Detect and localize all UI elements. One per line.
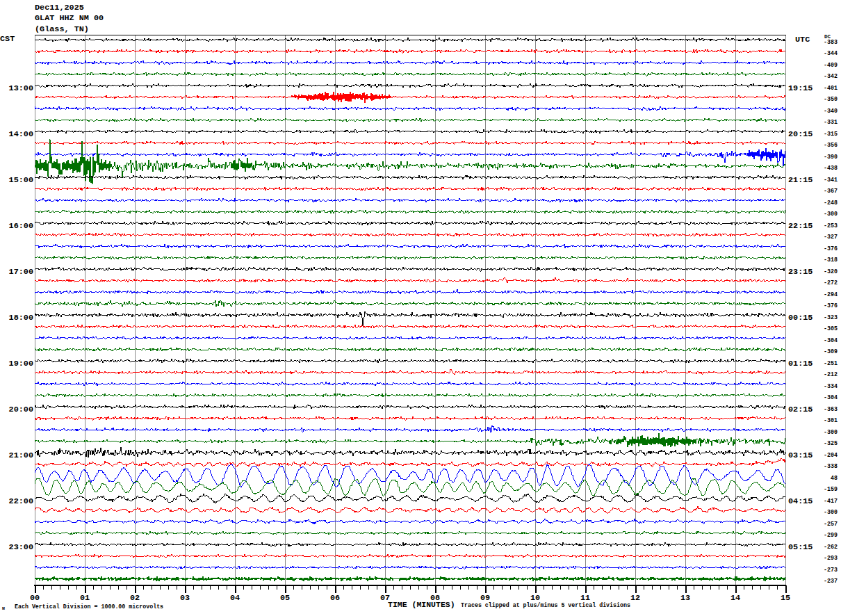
svg-text:-390: -390 [824, 154, 838, 160]
svg-text:12: 12 [630, 593, 640, 603]
svg-text:-320: -320 [824, 268, 838, 275]
svg-text:00:15: 00:15 [788, 313, 813, 323]
svg-text:02: 02 [130, 593, 140, 603]
svg-text:Dec11,2025: Dec11,2025 [35, 3, 84, 13]
svg-text:-294: -294 [824, 291, 838, 298]
svg-text:-300: -300 [824, 509, 838, 515]
svg-text:21:00: 21:00 [9, 451, 33, 460]
svg-text:22:15: 22:15 [788, 221, 813, 231]
svg-text:-327: -327 [824, 234, 838, 240]
svg-text:-309: -309 [824, 348, 838, 355]
svg-text:-438: -438 [824, 165, 838, 171]
svg-text:02:15: 02:15 [788, 405, 813, 414]
svg-text:-376: -376 [824, 245, 838, 252]
svg-text:Traces clipped at plus/minus 5: Traces clipped at plus/minus 5 vertical … [461, 602, 630, 608]
svg-text:00: 00 [30, 593, 40, 603]
svg-text:15: 15 [781, 593, 790, 603]
svg-text:-376: -376 [824, 302, 838, 309]
svg-text:-341: -341 [824, 177, 838, 183]
svg-text:23:00: 23:00 [9, 542, 33, 552]
svg-text:48: 48 [831, 475, 838, 481]
svg-text:-331: -331 [824, 119, 838, 125]
svg-text:м: м [2, 606, 5, 611]
svg-text:-334: -334 [824, 383, 838, 389]
svg-text:-363: -363 [824, 406, 838, 412]
svg-text:-325: -325 [824, 440, 838, 446]
svg-text:-304: -304 [824, 394, 838, 400]
svg-text:01:15: 01:15 [788, 359, 813, 368]
svg-text:-318: -318 [824, 257, 838, 263]
svg-text:GLAT HHZ NM 00: GLAT HHZ NM 00 [35, 13, 104, 23]
svg-text:01: 01 [80, 593, 90, 603]
svg-text:19:00: 19:00 [9, 359, 33, 368]
svg-text:14:00: 14:00 [9, 129, 33, 139]
svg-text:09: 09 [480, 593, 490, 603]
svg-text:Each Vertical Division = 1000.: Each Vertical Division = 1000.00 microvo… [15, 603, 163, 610]
svg-text:-344: -344 [824, 50, 838, 56]
svg-text:-401: -401 [824, 85, 838, 91]
svg-text:13:00: 13:00 [9, 83, 33, 93]
svg-text:20:00: 20:00 [9, 405, 33, 414]
svg-text:CST: CST [0, 34, 15, 44]
svg-text:-315: -315 [824, 131, 838, 137]
svg-text:TIME (MINUTES): TIME (MINUTES) [388, 600, 455, 609]
svg-text:05:15: 05:15 [788, 542, 813, 552]
svg-text:04: 04 [230, 593, 240, 603]
svg-text:11: 11 [580, 593, 590, 603]
svg-text:17:00: 17:00 [9, 267, 33, 277]
svg-text:21:15: 21:15 [788, 175, 813, 185]
svg-text:14: 14 [730, 593, 740, 603]
svg-text:-301: -301 [824, 417, 838, 423]
svg-text:-342: -342 [824, 73, 838, 79]
svg-text:-204: -204 [824, 452, 838, 458]
svg-text:20:15: 20:15 [788, 129, 813, 139]
svg-text:-273: -273 [824, 567, 838, 573]
svg-text:05: 05 [280, 593, 290, 603]
svg-text:-272: -272 [824, 279, 838, 286]
svg-text:22:00: 22:00 [9, 496, 33, 506]
svg-text:18:00: 18:00 [9, 313, 33, 323]
svg-text:-304: -304 [824, 337, 838, 343]
svg-text:15:00: 15:00 [9, 175, 33, 185]
svg-text:16:00: 16:00 [9, 221, 33, 231]
svg-text:-251: -251 [824, 360, 838, 366]
svg-text:-159: -159 [824, 486, 838, 492]
svg-text:-248: -248 [824, 200, 838, 206]
svg-text:-340: -340 [824, 108, 838, 114]
svg-text:04:15: 04:15 [788, 496, 813, 506]
svg-text:10: 10 [530, 593, 540, 603]
svg-text:-350: -350 [824, 96, 838, 102]
svg-text:13: 13 [680, 593, 690, 603]
svg-text:-237: -237 [824, 578, 838, 584]
svg-text:-356: -356 [824, 142, 838, 148]
svg-text:-367: -367 [824, 188, 838, 194]
svg-text:19:15: 19:15 [788, 83, 813, 93]
svg-text:-338: -338 [824, 463, 838, 469]
svg-text:(Glass, TN): (Glass, TN) [35, 24, 89, 34]
svg-text:-300: -300 [824, 211, 838, 217]
svg-text:-305: -305 [824, 325, 838, 332]
svg-text:-262: -262 [824, 544, 838, 550]
svg-text:-383: -383 [824, 39, 838, 45]
svg-text:23:15: 23:15 [788, 267, 813, 277]
svg-text:-323: -323 [824, 314, 838, 321]
svg-text:-257: -257 [824, 521, 838, 527]
svg-text:03: 03 [180, 593, 190, 603]
svg-text:-417: -417 [824, 498, 838, 504]
svg-text:-253: -253 [824, 222, 838, 229]
svg-text:06: 06 [330, 593, 340, 603]
svg-text:-409: -409 [824, 62, 838, 68]
svg-text:UTC: UTC [795, 35, 810, 44]
svg-text:-293: -293 [824, 555, 838, 561]
svg-text:03:15: 03:15 [788, 451, 813, 460]
svg-text:-300: -300 [824, 429, 838, 435]
svg-text:-299: -299 [824, 532, 838, 538]
svg-text:-212: -212 [824, 371, 838, 378]
